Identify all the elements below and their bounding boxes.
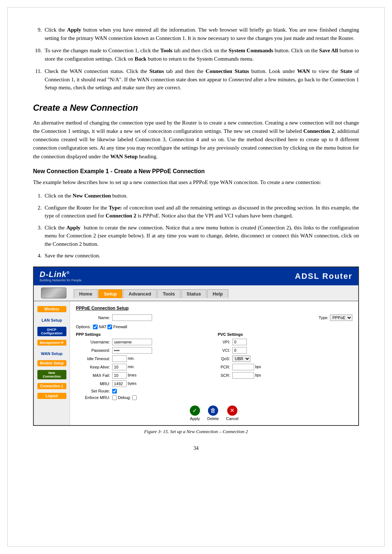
keepalive-row: Keep Alive: min.: [76, 364, 211, 370]
content-title: PPPoE Connection Setup: [76, 306, 352, 311]
pcr-input[interactable]: [232, 364, 254, 370]
sub-paragraph: The example below describes how to set u…: [33, 178, 359, 187]
vpi-input[interactable]: [232, 339, 247, 345]
cancel-action[interactable]: ✕ Cancel: [226, 406, 238, 421]
reg-symbol: ®: [66, 271, 69, 275]
tagline: Building Networks for People: [40, 279, 82, 282]
vci-input[interactable]: [232, 347, 247, 354]
mru-input[interactable]: [112, 380, 127, 387]
name-label: Name:: [76, 315, 112, 320]
list-item-10: 10. To save the changes made to Connecti…: [33, 46, 359, 63]
scr-input[interactable]: [232, 372, 254, 379]
router-nav: Home Setup Advanced Tools Status Help: [34, 285, 358, 301]
brand-d: D-Link: [40, 270, 66, 279]
list-item-9: 9. Click the Apply button when you have …: [33, 26, 359, 42]
name-input[interactable]: [112, 314, 152, 321]
keepalive-unit: min.: [128, 365, 135, 369]
router-ui: D-Link® Building Networks for People ADS…: [33, 266, 359, 426]
nat-checkbox[interactable]: [93, 325, 98, 329]
enforcemru-row: Enforce MRU: Debug:: [76, 395, 211, 400]
save-all-bold: Save All: [319, 48, 338, 53]
idle-input[interactable]: [112, 355, 127, 362]
keepalive-input[interactable]: [112, 364, 127, 370]
setroute-checkbox[interactable]: [112, 389, 117, 394]
sidebar-wan-label: WAN Setup: [34, 347, 70, 358]
password-input[interactable]: [112, 347, 152, 354]
sidebar-dhcp: DHCP Configuration: [34, 325, 70, 338]
ppp-pvc-container: PPP Settings Username: Password: Idle Ti…: [76, 332, 352, 402]
router-nav-left: [37, 285, 70, 301]
delete-label: Delete: [207, 416, 219, 421]
debug-checkbox[interactable]: [132, 395, 137, 400]
router-sidebar: Wireless LAN Setup DHCP Configuration Ma…: [34, 301, 70, 425]
qos-row: QoS: UBR: [218, 355, 352, 362]
wireless-button[interactable]: Wireless: [37, 306, 66, 312]
maxfail-label: MAX Fail:: [76, 373, 112, 378]
brand-name: D-Link®: [40, 270, 82, 279]
page-number: 34: [33, 445, 359, 451]
management-ip-button[interactable]: Management IP: [37, 340, 66, 346]
router-header: D-Link® Building Networks for People ADS…: [34, 267, 358, 285]
tools-bold: Tools: [160, 48, 173, 53]
idle-label: Idle Timeout:: [76, 357, 112, 361]
mru-unit: bytes: [128, 382, 136, 386]
options-label: Options:: [76, 325, 91, 329]
inner-item-3: 3. Click the Apply button to cerate the …: [33, 224, 359, 248]
pvc-settings: PVC Settings VPI: VCI: QoS: UBR: [218, 332, 352, 402]
vci-row: VCI:: [218, 347, 352, 354]
pcr-label: PCR:: [218, 365, 232, 369]
name-row: Name:: [76, 314, 152, 321]
figure-caption: Figure 3- 15. Set up a New Connection – …: [33, 429, 359, 435]
tab-setup[interactable]: Setup: [98, 289, 122, 298]
lan-setup-label: LAN Setup: [35, 316, 68, 323]
system-commands-bold: System Commands: [229, 48, 273, 53]
logout-button[interactable]: Logout: [37, 393, 66, 399]
wan-bold: WAN: [297, 68, 310, 74]
maxfail-unit: times: [128, 373, 136, 377]
router-body: Wireless LAN Setup DHCP Configuration Ma…: [34, 301, 358, 425]
dhcp-button[interactable]: DHCP Configuration: [37, 327, 66, 336]
back-bold: Back: [135, 56, 147, 62]
vpi-label: VPI:: [218, 340, 232, 344]
apply-icon: ✓: [190, 406, 200, 416]
pcr-row: PCR: bps: [218, 364, 352, 370]
delete-action[interactable]: 🗑 Delete: [207, 406, 219, 421]
new-connection-bold: New Connection: [73, 193, 111, 199]
firewall-checkbox[interactable]: [107, 325, 112, 329]
sidebar-modem: Modem Setup: [34, 358, 70, 368]
list-item-11: 11. Check the WAN connection status. Cli…: [33, 67, 359, 92]
mru-row: MRU: bytes: [76, 380, 211, 387]
tab-tools[interactable]: Tools: [157, 289, 180, 298]
type-bold: Type:: [109, 205, 122, 211]
connection2-bold: Connection 2: [303, 128, 334, 134]
top-numbered-list: 9. Click the Apply button when you have …: [33, 26, 359, 92]
apply-bold2: Apply: [66, 225, 81, 231]
connection1-button[interactable]: Connection 1: [37, 383, 66, 389]
username-input[interactable]: [112, 339, 152, 345]
type-select[interactable]: PPPoE: [330, 314, 352, 321]
new-connection-button[interactable]: New Connection: [37, 370, 66, 379]
password-row: Password:: [76, 347, 211, 354]
qos-select[interactable]: UBR: [232, 355, 250, 362]
apply-action[interactable]: ✓ Apply: [190, 406, 200, 421]
options-row: Options: NAT Firewall: [76, 325, 352, 329]
dlink-logo: D-Link® Building Networks for People: [40, 270, 82, 282]
connection-status-bold: Connection Status: [206, 68, 249, 74]
tab-help[interactable]: Help: [207, 289, 228, 298]
enforcemru-label: Enforce MRU:: [76, 395, 112, 400]
enforcemru-checkbox[interactable]: [112, 395, 117, 400]
vci-label: VCI:: [218, 348, 232, 353]
inner-item-2: 2. Configure the Router for the Type: of…: [33, 204, 359, 220]
pvc-title: PVC Settings: [218, 332, 352, 337]
inner-item-4: 4. Save the new connection.: [33, 252, 359, 260]
tab-status[interactable]: Status: [181, 289, 207, 298]
status-bold: Status: [149, 68, 164, 74]
tab-home[interactable]: Home: [74, 289, 98, 298]
modem-setup-button[interactable]: Modem Setup: [37, 360, 66, 366]
maxfail-input[interactable]: [112, 372, 127, 379]
idle-timeout-row: Idle Timeout: min.: [76, 355, 211, 362]
pcr-unit: bps: [255, 365, 261, 369]
tab-advanced[interactable]: Advanced: [123, 289, 156, 298]
firewall-checkbox-label: Firewall: [107, 325, 127, 329]
type-label: Type:: [319, 315, 328, 320]
